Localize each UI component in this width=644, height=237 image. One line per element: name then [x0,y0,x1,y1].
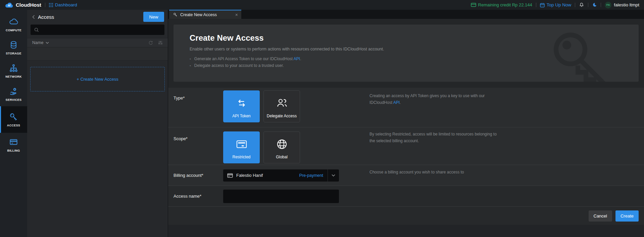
dashboard-label: Dashboard [55,2,77,7]
new-button[interactable]: New [143,12,164,22]
topbar-separator [536,3,536,7]
brand-logo[interactable]: Id CloudHost [5,2,41,8]
api-link[interactable]: API [393,100,400,105]
create-button[interactable]: Create [615,210,639,222]
back-chevron-icon[interactable] [32,15,35,19]
credit-card-icon [471,3,476,7]
top-up-label: Top Up Now [547,2,572,7]
cloud-icon [9,17,18,26]
moon-icon [592,2,597,7]
people-icon [276,91,288,114]
icon-sidebar: COMPUTE STORAGE NETWORK SERVICES ACCESS [0,10,27,237]
globe-icon [276,132,288,155]
scope-option-restricted[interactable]: Restricted [223,131,260,163]
user-menu[interactable]: FA falestio ltmpt [605,2,639,8]
brand-name: CloudHost [16,2,41,8]
create-new-access-dashed-button[interactable]: + Create New Access [30,67,165,91]
sidebar-item-services[interactable]: SERVICES [0,83,27,105]
scope-tiles: Restricted Global [223,127,369,163]
column-settings-icon[interactable] [158,40,163,45]
topbar-separator [45,3,45,7]
scope-option-global[interactable]: Global [263,131,300,163]
bullet-text: Generate an API Access Token to use our … [194,56,301,61]
type-option-delegate-access[interactable]: Delegate Access [263,90,300,122]
chevron-down-icon [46,42,49,44]
form-row-scope: Scope* Restricted [168,127,644,165]
sidebar-item-label: SERVICES [6,98,22,102]
bullet-text: Delegate access to your account to a tru… [194,63,284,68]
hero-wrapper: Create New Access Enable other users or … [168,19,644,82]
billing-account-label: Billing account* [174,173,223,178]
brand-badge: Id [8,4,11,7]
type-help-text: Creating an access by API Token gives yo… [369,88,485,127]
create-new-access-label: + Create New Access [77,77,118,82]
sidebar-item-network[interactable]: NETWORK [0,60,27,82]
panel-title: Access [38,14,54,20]
type-label: Type* [174,88,223,127]
tab-bar: Create New Access × [168,10,644,19]
form-row-billing-account: Billing account* Falestio Hanif Pre-paym… [168,165,644,186]
billing-account-select[interactable]: Falestio Hanif Pre-payment [223,169,339,182]
search-box [31,25,164,35]
access-name-label: Access name* [174,194,223,199]
create-access-form: Type* API Token [168,88,644,237]
remaining-credit-label: Remaining credit Rp 22.144 [478,2,532,7]
avatar: FA [605,2,611,8]
hero-card: Create New Access Enable other users or … [174,25,639,82]
bottom-filler [168,225,644,237]
sidebar-item-compute[interactable]: COMPUTE [0,13,27,36]
chevron-down-icon [332,174,335,177]
column-name-label[interactable]: Name [32,40,43,45]
billing-help-text: Choose a billing account you wish to sha… [369,165,464,176]
form-footer: Cancel Create [168,207,644,225]
sidebar-item-billing[interactable]: BILLING [0,134,27,156]
bullet-dot: • [190,64,191,68]
refresh-icon[interactable] [148,40,153,45]
tab-close-icon[interactable]: × [235,12,238,17]
access-name-input[interactable] [223,190,339,203]
select-chevron[interactable] [328,174,339,177]
card-icon [227,173,233,178]
topbar-separator [601,3,601,7]
dashboard-link[interactable]: Dashboard [49,2,77,7]
form-row-access-name: Access name* [168,186,644,207]
tab-label: Create New Access [180,12,217,17]
main-content: Create New Access × Create New Access En… [168,10,644,237]
tile-label: API Token [232,114,250,122]
services-icon [9,87,18,96]
empty-list-row [27,47,168,61]
grid-icon [49,3,53,7]
billing-account-value: Falestio Hanif [236,173,263,178]
search-input[interactable] [42,27,161,32]
notifications-button[interactable] [579,2,584,8]
database-icon [9,40,18,49]
list-tool-icons [148,40,163,45]
bullet-dot: • [190,57,191,61]
cancel-button[interactable]: Cancel [589,210,612,222]
topbar-right: Remaining credit Rp 22.144 Top Up Now FA… [471,2,639,8]
sidebar-item-label: NETWORK [5,75,22,78]
search-icon [34,28,39,32]
form-row-type: Type* API Token [168,88,644,127]
sidebar-item-storage[interactable]: STORAGE [0,37,27,59]
tile-label: Global [276,155,288,163]
api-link[interactable]: API [294,56,300,61]
tab-create-new-access[interactable]: Create New Access × [169,10,241,19]
top-bar: Id CloudHost Dashboard Remaining credit … [0,0,644,10]
scope-label: Scope* [174,127,223,165]
key-icon [9,112,18,121]
top-up-icon [540,3,545,7]
bell-icon [579,2,584,8]
column-header-row: Name [27,38,168,47]
sidebar-item-label: BILLING [7,149,20,152]
tile-label: Restricted [232,155,250,163]
network-icon [9,64,18,73]
cloud-logo-icon: Id [5,2,14,8]
topbar-separator [588,3,588,7]
top-up-button[interactable]: Top Up Now [540,2,572,7]
key-icon [173,12,178,17]
type-option-api-token[interactable]: API Token [223,90,260,122]
dark-mode-toggle[interactable] [592,2,597,7]
type-tiles: API Token Delegate Access [223,88,369,122]
sidebar-item-access[interactable]: ACCESS [0,106,27,133]
